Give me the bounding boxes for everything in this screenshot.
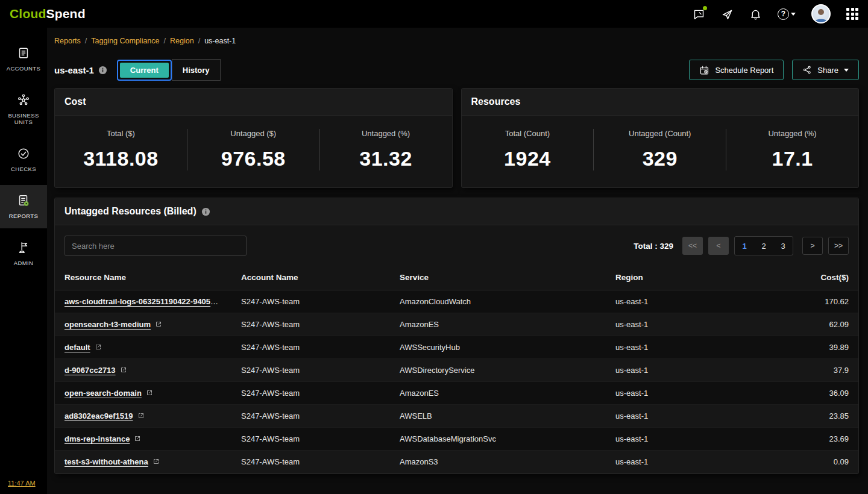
stat-value: 329 [594, 147, 726, 170]
resource-name-link[interactable]: test-s3-without-athena [64, 457, 148, 466]
breadcrumb-link-region[interactable]: Region [170, 37, 194, 45]
resource-name-link[interactable]: d-9067cc2713 [64, 366, 116, 375]
pagination-page-2[interactable]: 2 [754, 237, 773, 255]
external-link-icon[interactable] [134, 435, 141, 442]
logo-part-spend: Spend [46, 7, 85, 20]
service-cell: AmazonES [390, 382, 606, 405]
schedule-report-label: Schedule Report [715, 66, 773, 75]
resource-name-link[interactable]: default [64, 343, 90, 352]
tab-current[interactable]: Current [120, 63, 169, 78]
stat-cost-total: Total ($) 3118.08 [55, 129, 187, 170]
pagination: Total : 329 << < 1 2 3 > >> [634, 236, 849, 255]
cost-cell: 23.69 [768, 428, 858, 451]
stat-label: Untagged ($) [187, 129, 319, 138]
notifications-bell-icon[interactable] [749, 8, 762, 20]
accounts-clipboard-icon [17, 46, 30, 61]
resources-card-title: Resources [462, 89, 859, 116]
sidebar-item-reports[interactable]: REPORTS [0, 185, 47, 228]
chevron-down-icon [791, 13, 796, 16]
table-header-row: Resource Name Account Name Service Regio… [55, 265, 858, 290]
region-cell: us-east-1 [606, 451, 768, 474]
sidebar-item-admin[interactable]: ADMIN [0, 232, 47, 275]
sidebar-item-business-units[interactable]: BUSINESS UNITS [0, 84, 47, 134]
pagination-first-button[interactable]: << [682, 237, 703, 255]
feedback-badge-dot [703, 6, 707, 10]
schedule-report-button[interactable]: Schedule Report [689, 60, 784, 80]
pagination-prev-button[interactable]: < [708, 237, 729, 255]
external-link-icon[interactable] [146, 389, 153, 396]
app-logo: CloudSpend [10, 7, 86, 21]
pagination-last-button[interactable]: >> [828, 237, 849, 255]
external-link-icon[interactable] [95, 343, 102, 351]
resource-name-link[interactable]: opensearch-t3-medium [64, 320, 151, 329]
pagination-next-button[interactable]: > [802, 237, 823, 255]
help-icon[interactable]: ? [778, 8, 796, 20]
logo-part-cloud: Cloud [10, 7, 46, 20]
sidebar-item-accounts[interactable]: ACCOUNTS [0, 37, 47, 81]
pagination-page-1[interactable]: 1 [735, 237, 754, 255]
service-cell: AWSSecurityHub [390, 336, 606, 359]
breadcrumb-link-tagging-compliance[interactable]: Tagging Compliance [91, 37, 159, 45]
tab-current-focus-ring: Current [117, 60, 172, 81]
stat-label: Total (Count) [462, 129, 594, 138]
resource-name-link[interactable]: ad8302eac9ef1519 [64, 411, 133, 421]
search-input[interactable] [64, 236, 247, 256]
apps-grid-icon[interactable] [846, 8, 858, 20]
sidebar-item-label: CHECKS [11, 166, 36, 172]
page-header: us-east-1 Current History Schedule Repor… [54, 54, 859, 86]
resource-name-link[interactable]: open-search-domain [64, 389, 142, 398]
untagged-resources-card: Untagged Resources (Billed) Total : 329 … [54, 198, 859, 474]
stat-cost-untagged: Untagged ($) 976.58 [187, 129, 319, 170]
cost-cell: 62.09 [768, 313, 858, 336]
breadcrumb-separator: / [85, 37, 87, 45]
cost-cell: 170.62 [768, 290, 858, 313]
stat-value: 31.32 [320, 147, 452, 170]
external-link-icon[interactable] [153, 458, 160, 465]
summary-row: Cost Total ($) 3118.08 Untagged ($) 976.… [54, 88, 859, 188]
admin-icon [17, 241, 30, 255]
user-avatar[interactable] [811, 4, 831, 23]
service-cell: AmazonCloudWatch [390, 290, 606, 313]
external-link-icon[interactable] [155, 320, 162, 328]
region-cell: us-east-1 [606, 405, 768, 428]
clock-time-link[interactable]: 11:47 AM [8, 480, 36, 487]
cost-cell: 36.09 [768, 382, 858, 405]
resource-name-link[interactable]: aws-cloudtrail-logs-063251190422-940559.… [64, 297, 225, 306]
stat-value: 17.1 [726, 147, 858, 170]
cost-cell: 23.85 [768, 405, 858, 428]
untagged-resources-table: Resource Name Account Name Service Regio… [55, 265, 858, 474]
sidebar-item-checks[interactable]: CHECKS [0, 138, 47, 181]
service-cell: AWSELB [390, 405, 606, 428]
external-link-icon[interactable] [230, 298, 231, 305]
table-row: aws-cloudtrail-logs-063251190422-940559.… [55, 290, 858, 313]
sidebar-item-label: REPORTS [9, 213, 39, 219]
account-name-cell: S247-AWS-team [231, 405, 390, 428]
account-name-cell: S247-AWS-team [231, 382, 390, 405]
column-header-region: Region [606, 265, 768, 290]
table-toolbar: Total : 329 << < 1 2 3 > >> [55, 225, 858, 265]
rocket-icon[interactable] [721, 8, 734, 20]
info-icon[interactable] [98, 66, 107, 75]
external-link-icon[interactable] [120, 366, 127, 374]
feedback-icon[interactable] [693, 8, 705, 20]
stat-label: Untagged (Count) [594, 129, 726, 138]
resource-name-link[interactable]: dms-rep-instance [64, 434, 130, 443]
topbar-actions: ? [693, 4, 858, 23]
sidebar-item-label: ADMIN [14, 260, 34, 266]
cost-card-title: Cost [55, 89, 452, 116]
info-icon[interactable] [201, 207, 210, 216]
pagination-page-3[interactable]: 3 [773, 237, 793, 255]
region-cell: us-east-1 [606, 428, 768, 451]
share-icon [802, 65, 812, 75]
service-cell: AmazonES [390, 313, 606, 336]
tab-history[interactable]: History [172, 59, 221, 81]
stat-cost-untagged-pct: Untagged (%) 31.32 [319, 129, 452, 170]
untagged-resources-header: Untagged Resources (Billed) [55, 198, 858, 225]
external-link-icon[interactable] [137, 412, 145, 419]
account-name-cell: S247-AWS-team [231, 428, 390, 451]
header-actions: Schedule Report Share [689, 60, 859, 80]
cost-stats: Total ($) 3118.08 Untagged ($) 976.58 Un… [55, 116, 452, 187]
breadcrumb-link-reports[interactable]: Reports [54, 37, 81, 45]
share-button[interactable]: Share [792, 60, 859, 80]
breadcrumb-separator: / [164, 37, 166, 45]
